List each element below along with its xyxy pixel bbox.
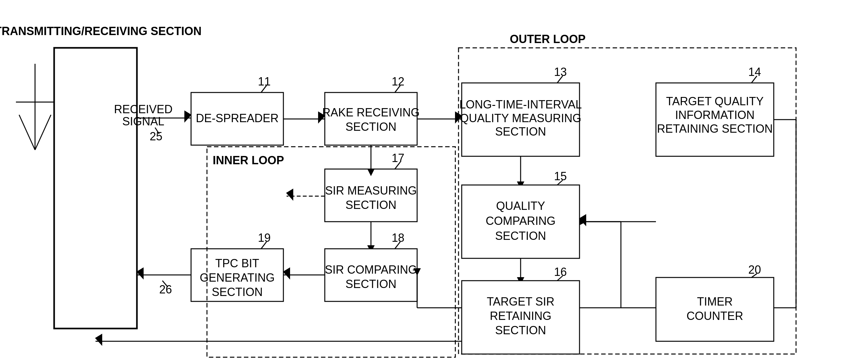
sir-measuring-label1: SIR MEASURING [325,184,417,197]
inner-loop-label: INNER LOOP [213,154,284,167]
ref-13: 13 [554,65,567,79]
arrow-to-despreader [185,111,191,122]
received-signal-label2: SIGNAL [122,115,164,128]
quality-comparing-label2: COMPARING [486,214,555,227]
timer-counter-label1: TIMER [697,295,733,308]
inner-loop-arrow [286,189,293,200]
long-time-label3: SECTION [495,125,546,138]
radio-section-label: 10 RADIO TRANSMITTING/RECEIVING SECTION [0,25,202,38]
rake-label1: RAKE RECEIVING [322,106,420,119]
arrow-bottom-to-radio [95,334,102,345]
ref-11: 11 [258,75,271,88]
sir-measuring-label2: SECTION [345,198,396,212]
ref-18: 18 [392,231,404,244]
target-sir-label3: SECTION [495,324,546,337]
tpc-label2: GENERATING [199,271,275,284]
target-quality-label2: INFORMATION [675,108,754,121]
quality-comparing-label3: SECTION [495,229,546,242]
outer-loop-label: OUTER LOOP [510,32,586,46]
timer-counter-label2: COUNTER [686,309,743,323]
quality-comparing-label1: QUALITY [496,199,545,213]
ref-12: 12 [392,75,404,88]
diagram: 10 RADIO TRANSMITTING/RECEIVING SECTION … [0,0,868,362]
tpc-label1: TPC BIT [215,257,259,270]
long-time-label1: LONG-TIME-INTERVAL [460,98,582,111]
target-sir-label2: RETAINING [490,309,551,323]
rake-label2: SECTION [345,120,396,133]
received-signal-label: RECEIVED [114,103,173,116]
sir-comparing-label1: SIR COMPARING [325,263,417,276]
long-time-label2: QUALITY MEASURING [460,112,581,125]
svg-line-1 [19,115,35,150]
ref-25: 25 [150,130,162,143]
ref-16: 16 [554,266,567,278]
antenna [16,64,54,150]
arrow-sirc-to-tpc [283,268,290,279]
ref-20: 20 [748,263,761,276]
svg-line-2 [35,115,51,150]
tpc-label3: SECTION [212,285,263,299]
sir-comparing-label2: SECTION [345,277,396,290]
ref-15: 15 [554,170,567,183]
de-spreader-label: DE-SPREADER [196,112,279,125]
target-quality-label1: TARGET QUALITY [666,95,764,108]
ref-14: 14 [748,65,761,79]
radio-section-box [54,48,137,329]
arrow-to-radio [137,268,143,279]
target-sir-label1: TARGET SIR [487,295,555,308]
ref-17: 17 [392,151,404,165]
ref-19: 19 [258,231,271,244]
target-quality-label3: RETAINING SECTION [657,122,773,135]
